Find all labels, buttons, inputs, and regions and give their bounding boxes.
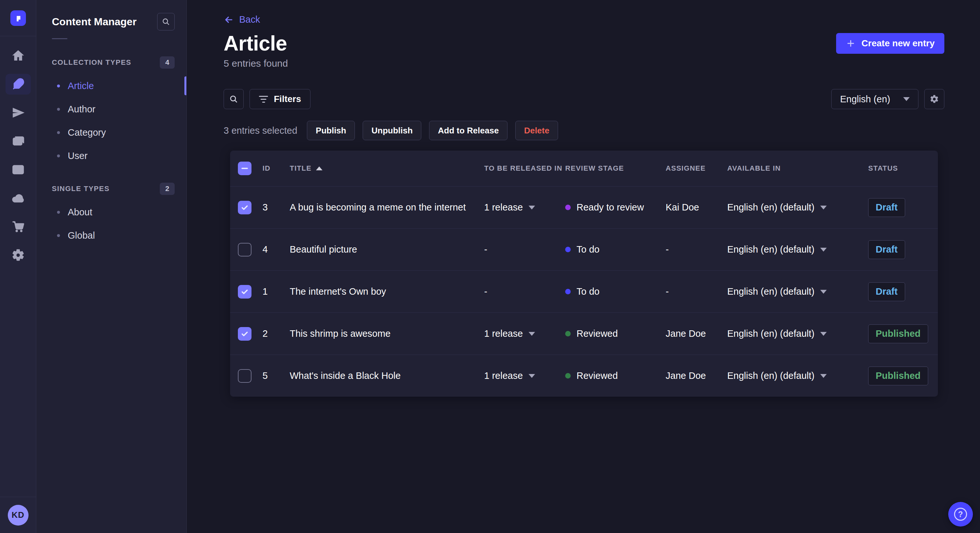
chevron-down-icon [820, 332, 827, 336]
cell-released[interactable]: - [484, 244, 565, 255]
publish-button[interactable]: Publish [307, 121, 355, 140]
home-icon[interactable] [5, 45, 31, 66]
media-library-icon[interactable] [5, 131, 31, 152]
bullet-icon [57, 211, 60, 214]
column-header-assignee[interactable]: ASSIGNEE [666, 164, 727, 173]
sort-ascending-icon [316, 167, 323, 170]
bullet-icon [57, 131, 60, 134]
unpublish-button[interactable]: Unpublish [363, 121, 421, 140]
page-title: Article [224, 32, 287, 56]
user-avatar[interactable]: KD [8, 505, 29, 525]
subnav-item-article[interactable]: Article [36, 74, 186, 97]
status-badge: Draft [868, 240, 905, 259]
back-link[interactable]: Back [224, 14, 260, 25]
table-row[interactable]: 4 Beautiful picture - To do - English (e… [230, 228, 938, 270]
bullet-icon [57, 154, 60, 157]
table-header-row: ID TITLE TO BE RELEASED IN REVIEW STAGE … [230, 151, 938, 186]
subnav-item-author[interactable]: Author [36, 97, 186, 121]
rail-nav [5, 45, 31, 265]
cell-available-in[interactable]: English (en) (default) [727, 328, 868, 339]
cell-released[interactable]: - [484, 286, 565, 297]
row-checkbox[interactable] [238, 243, 251, 257]
chevron-down-icon [528, 332, 535, 336]
table-row[interactable]: 5 What's inside a Black Hole 1 release R… [230, 355, 938, 397]
cell-review-stage: Ready to review [565, 202, 666, 213]
cell-title: This shrimp is awesome [290, 328, 484, 339]
view-settings-button[interactable] [924, 89, 944, 109]
strapi-logo-icon[interactable] [10, 10, 26, 26]
cell-review-stage: Reviewed [565, 370, 666, 381]
table-row[interactable]: 1 The internet's Own boy - To do - Engli… [230, 270, 938, 313]
column-header-title[interactable]: TITLE [290, 164, 484, 173]
stage-dot-icon [565, 373, 571, 379]
chevron-down-icon [528, 206, 535, 209]
subnav-item-global[interactable]: Global [36, 224, 186, 247]
table-row[interactable]: 3 A bug is becoming a meme on the intern… [230, 186, 938, 228]
cloud-icon[interactable] [5, 188, 31, 209]
cell-available-in[interactable]: English (en) (default) [727, 286, 868, 297]
cell-title: Beautiful picture [290, 244, 484, 255]
status-badge: Published [868, 324, 928, 343]
subnav-item-label: Category [68, 127, 106, 138]
cart-icon[interactable] [5, 216, 31, 237]
status-badge: Draft [868, 198, 905, 217]
help-button[interactable]: ? [948, 502, 973, 527]
active-indicator [185, 76, 186, 95]
column-header-review-stage[interactable]: REVIEW STAGE [565, 164, 666, 173]
row-checkbox[interactable] [238, 201, 251, 214]
cell-title: What's inside a Black Hole [290, 370, 484, 381]
layout-icon[interactable] [5, 159, 31, 180]
section-count-badge: 2 [160, 182, 175, 195]
arrow-left-icon [224, 14, 234, 25]
subnav-item-category[interactable]: Category [36, 121, 186, 144]
row-checkbox[interactable] [238, 285, 251, 298]
stage-dot-icon [565, 331, 571, 336]
filters-button[interactable]: Filters [250, 89, 310, 109]
cell-assignee: Kai Doe [666, 202, 727, 213]
row-checkbox[interactable] [238, 327, 251, 341]
row-checkbox[interactable] [238, 369, 251, 383]
create-new-entry-button[interactable]: Create new entry [836, 33, 944, 54]
feather-icon[interactable] [5, 74, 31, 95]
cell-review-stage: Reviewed [565, 328, 666, 339]
content-manager-subnav: Content Manager COLLECTION TYPES 4 Artic… [36, 0, 187, 533]
cell-available-in[interactable]: English (en) (default) [727, 370, 868, 381]
subnav-item-user[interactable]: User [36, 144, 186, 167]
cell-released[interactable]: 1 release [484, 202, 565, 213]
cell-assignee: - [666, 244, 727, 255]
main-content: Back Article Create new entry 5 entries … [187, 0, 980, 533]
paper-plane-icon[interactable] [5, 102, 31, 123]
cell-available-in[interactable]: English (en) (default) [727, 244, 868, 255]
section-count-badge: 4 [160, 56, 175, 69]
add-to-release-button[interactable]: Add to Release [429, 121, 508, 140]
entries-count: 5 entries found [224, 58, 944, 69]
select-all-checkbox[interactable] [238, 162, 251, 175]
section-label: SINGLE TYPES [52, 185, 110, 193]
locale-select[interactable]: English (en) [831, 89, 918, 109]
search-entries-button[interactable] [224, 89, 244, 109]
cell-assignee: - [666, 286, 727, 297]
cell-released[interactable]: 1 release [484, 370, 565, 381]
column-header-released[interactable]: TO BE RELEASED IN [484, 164, 565, 173]
stage-dot-icon [565, 289, 571, 294]
subnav-item-label: Author [68, 104, 95, 115]
subnav-item-about[interactable]: About [36, 200, 186, 224]
cell-id: 2 [262, 328, 290, 339]
column-header-status[interactable]: STATUS [868, 164, 930, 173]
entries-table: ID TITLE TO BE RELEASED IN REVIEW STAGE … [230, 151, 938, 397]
column-header-id[interactable]: ID [262, 164, 290, 173]
cell-available-in[interactable]: English (en) (default) [727, 202, 868, 213]
search-icon [161, 17, 170, 26]
delete-button[interactable]: Delete [515, 121, 558, 140]
subnav-item-label: About [68, 207, 92, 217]
bullet-icon [57, 234, 60, 237]
subnav-section: SINGLE TYPES 2 AboutGlobal [36, 182, 186, 247]
column-header-available-in[interactable]: AVAILABLE IN [727, 164, 868, 173]
subnav-item-label: User [68, 151, 88, 161]
cell-released[interactable]: 1 release [484, 328, 565, 339]
gear-icon[interactable] [5, 245, 31, 265]
status-badge: Draft [868, 282, 905, 301]
selection-summary: 3 entries selected [224, 125, 297, 136]
subnav-search-button[interactable] [157, 13, 175, 30]
table-row[interactable]: 2 This shrimp is awesome 1 release Revie… [230, 313, 938, 355]
